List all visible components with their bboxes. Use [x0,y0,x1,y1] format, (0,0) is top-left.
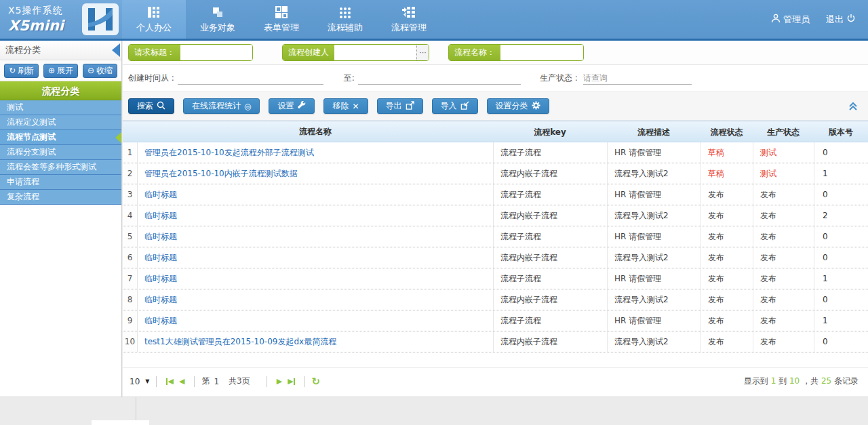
process-name-link[interactable]: 临时标题 [144,232,177,241]
process-status: 发布 [701,226,753,247]
selected-marker-icon [115,132,121,143]
tab-personal-office[interactable]: 个人办公 [122,0,186,39]
row-number: 5 [123,226,138,247]
row-number: 1 [123,142,138,163]
table-row: 4 临时标题 流程内嵌子流程 流程导入测试2 发布 发布 2 [123,205,868,226]
export-button[interactable]: 导出 [377,98,423,114]
col-header-version: 版本号 [814,121,868,142]
tree-item[interactable]: 复杂流程 [0,190,121,205]
tab-form-management[interactable]: 表单管理 [250,0,313,39]
process-key: 流程子流程 [493,226,607,247]
process-name-link[interactable]: test1大雄测试管理员在2015-10-09发起dx最简流程 [144,337,336,346]
process-desc: 流程导入测试2 [607,247,701,268]
target-icon: ◎ [244,102,251,111]
production-status: 发布 [753,226,814,247]
current-user[interactable]: 管理员 [771,14,810,26]
creator-picker-button[interactable]: ··· [416,45,429,60]
sidebar: 流程分类 ↻ 刷新 ⊕ 展开 ⊖ 收缩 流程分类 测试 流程定义测试 流程节点测… [0,41,122,397]
tree-title: 流程分类 [0,81,121,100]
category-tree: 测试 流程定义测试 流程节点测试 流程分支测试 流程会签等多种形式测试 申请流程… [0,100,121,205]
settings-button[interactable]: 设置 [269,98,315,114]
tab-process-assist[interactable]: 流程辅助 [313,0,377,39]
export-icon [406,101,414,112]
tree-item[interactable]: 申请流程 [0,175,121,190]
user-icon [771,14,781,25]
action-toolbar: 搜索 在线流程统计 ◎ 设置 移除 [123,92,868,121]
version: 0 [814,331,868,352]
process-desc: HR 请假管理 [607,184,701,205]
import-button[interactable]: 导入 [432,98,478,114]
version: 1 [814,268,868,289]
process-status: 发布 [701,268,753,289]
product-name: X5mini [8,18,64,34]
current-page-input[interactable]: 1 [214,377,219,386]
set-category-button[interactable]: 设置分类 [487,98,549,114]
divider [304,376,305,387]
refresh-button[interactable]: ↻ 刷新 [4,64,39,78]
created-from-input[interactable] [178,73,323,83]
process-name-link[interactable]: 临时标题 [144,295,177,304]
created-to-input[interactable] [358,73,521,83]
process-name-link[interactable]: 临时标题 [144,274,177,283]
last-page-button[interactable]: ▶ [288,377,294,386]
page-size-select[interactable]: 10 ▼ [130,377,149,386]
table-row: 8 临时标题 流程内嵌子流程 流程导入测试2 发布 发布 0 [123,289,868,310]
process-name-link[interactable]: 临时标题 [144,211,177,220]
total-pages: 共3页 [229,376,250,387]
tree-item[interactable]: 流程会签等多种形式测试 [0,160,121,175]
process-name-link[interactable]: 临时标题 [144,253,177,262]
created-to-underline [358,73,521,85]
col-header-production-status: 生产状态 [753,121,814,142]
tab-business-object[interactable]: 业务对象 [186,0,250,39]
tab-label: 个人办公 [136,22,172,34]
sidebar-collapse-arrow-icon[interactable] [112,43,120,57]
process-name-label: 流程名称： [449,45,500,60]
first-page-button[interactable]: ◀ [166,377,173,386]
next-page-button[interactable]: ▶ [277,377,282,386]
row-number: 6 [123,247,138,268]
tree-item-selected[interactable]: 流程节点测试 [0,130,121,145]
prev-page-button[interactable]: ◀ [179,377,184,386]
remove-button[interactable]: 移除 ✕ [323,98,368,114]
tree-item[interactable]: 流程分支测试 [0,145,121,160]
version: 1 [814,163,868,184]
production-status-label: 生产状态 : [540,73,578,84]
search-button[interactable]: 搜索 [128,98,174,114]
table-row: 9 临时标题 流程子流程 HR 请假管理 发布 发布 1 [123,310,868,331]
creator-input[interactable] [334,45,416,60]
row-number: 3 [123,184,138,205]
process-name-input[interactable] [500,45,583,60]
tree-item[interactable]: 测试 [0,100,121,115]
reload-icon[interactable]: ↻ [312,376,321,388]
process-status: 发布 [701,205,753,226]
tree-item[interactable]: 流程定义测试 [0,115,121,130]
refresh-icon: ↻ [9,66,16,75]
chevron-down-icon: ▼ [145,378,149,384]
production-status: 发布 [753,310,814,331]
process-name-link[interactable]: 管理员在2015-10-10内嵌子流程测试数据 [144,169,298,178]
process-name-link[interactable]: 临时标题 [144,316,177,325]
col-header-process-key: 流程key [493,121,607,142]
collapse-button[interactable]: ⊖ 收缩 [83,64,117,78]
logout-button[interactable]: 退出 [826,14,856,26]
table-row: 1 管理员在2015-10-10发起流程外部子流程测试 流程子流程 HR 请假管… [123,142,868,163]
request-title-input[interactable] [180,45,252,60]
main-panel: 请求标题： 流程创建人 ··· 流程名称： 创建时间从 : 至: 生 [123,41,868,397]
expand-icon: ⊕ [48,66,55,75]
main-nav: 个人办公 业务对象 表单管理 [122,0,441,39]
process-desc: HR 请假管理 [607,226,701,247]
production-status-input[interactable] [583,73,692,83]
footer-resize-handle[interactable] [92,420,149,425]
expand-button[interactable]: ⊕ 展开 [43,64,78,78]
process-name-link[interactable]: 临时标题 [144,190,177,199]
tab-process-management[interactable]: 流程管理 [377,0,441,39]
process-name-link[interactable]: 管理员在2015-10-10发起流程外部子流程测试 [144,148,314,157]
online-stats-button[interactable]: 在线流程统计 ◎ [183,98,260,114]
version: 0 [814,184,868,205]
request-title-filter: 请求标题： [128,44,253,61]
process-status: 草稿 [701,142,753,163]
panel-collapse-chevron-icon[interactable] [848,102,859,111]
user-area: 管理员 退出 [771,0,868,39]
process-desc: 流程导入测试2 [607,331,701,352]
form-management-icon [275,5,288,19]
